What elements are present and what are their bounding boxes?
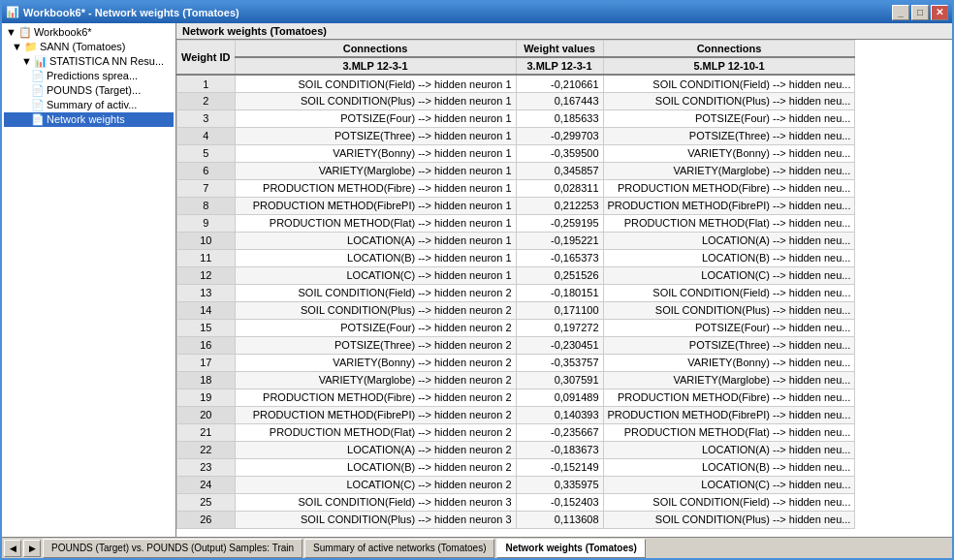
cell-weight: -0,180151 bbox=[516, 284, 603, 301]
col-subheader-mlp1: 3.MLP 12-3-1 bbox=[235, 57, 516, 75]
cell-connections2: LOCATION(B) --> hidden neu... bbox=[603, 249, 855, 266]
table-row: 19 PRODUCTION METHOD(Fibre) --> hidden n… bbox=[177, 389, 855, 406]
cell-connections1: POTSIZE(Four) --> hidden neuron 2 bbox=[235, 319, 516, 336]
cell-connections2: POTSIZE(Three) --> hidden neu... bbox=[603, 336, 855, 354]
table-row: 26 SOIL CONDITION(Plus) --> hidden neuro… bbox=[177, 511, 855, 528]
status-tab-tab2[interactable]: Summary of active networks (Tomatoes) bbox=[304, 539, 494, 558]
workbook-icon: 📋 bbox=[18, 26, 32, 39]
cell-weight: -0,152403 bbox=[516, 493, 603, 511]
app-icon: 📊 bbox=[6, 6, 19, 18]
cell-connections2: LOCATION(A) --> hidden neu... bbox=[603, 232, 855, 249]
cell-weight: -0,299703 bbox=[516, 127, 603, 144]
cell-connections2: LOCATION(C) --> hidden neu... bbox=[603, 476, 855, 493]
table-row: 1 SOIL CONDITION(Field) --> hidden neuro… bbox=[177, 75, 855, 92]
cell-connections1: SOIL CONDITION(Plus) --> hidden neuron 2 bbox=[235, 301, 516, 319]
cell-connections2: LOCATION(A) --> hidden neu... bbox=[603, 441, 855, 458]
table-row: 11 LOCATION(B) --> hidden neuron 1 -0,16… bbox=[177, 249, 855, 266]
cell-connections2: SOIL CONDITION(Plus) --> hidden neu... bbox=[603, 511, 855, 528]
table-row: 24 LOCATION(C) --> hidden neuron 2 0,335… bbox=[177, 476, 855, 493]
table-row: 15 POTSIZE(Four) --> hidden neuron 2 0,1… bbox=[177, 319, 855, 336]
cell-row-id: 16 bbox=[177, 336, 236, 354]
table-row: 22 LOCATION(A) --> hidden neuron 2 -0,18… bbox=[177, 441, 855, 458]
cell-connections1: VARIETY(Bonny) --> hidden neuron 2 bbox=[235, 354, 516, 371]
sidebar-item-pounds[interactable]: 📄 POUNDS (Target)... bbox=[4, 83, 174, 98]
close-button[interactable]: ✕ bbox=[931, 5, 948, 20]
cell-row-id: 13 bbox=[177, 284, 236, 301]
cell-connections1: POTSIZE(Four) --> hidden neuron 1 bbox=[235, 109, 516, 127]
table-row: 9 PRODUCTION METHOD(Flat) --> hidden neu… bbox=[177, 214, 855, 232]
table-scroll[interactable]: Weight ID Connections Weight values Conn… bbox=[176, 40, 952, 537]
cell-connections1: POTSIZE(Three) --> hidden neuron 1 bbox=[235, 127, 516, 144]
cell-connections2: SOIL CONDITION(Plus) --> hidden neu... bbox=[603, 92, 855, 109]
cell-connections2: POTSIZE(Four) --> hidden neu... bbox=[603, 319, 855, 336]
cell-weight: 0,335975 bbox=[516, 476, 603, 493]
cell-connections2: PRODUCTION METHOD(Flat) --> hidden neu..… bbox=[603, 423, 855, 441]
cell-connections1: PRODUCTION METHOD(FibrePI) --> hidden ne… bbox=[235, 406, 516, 423]
next-tab-button[interactable]: ▶ bbox=[23, 540, 41, 557]
cell-connections2: VARIETY(Bonny) --> hidden neu... bbox=[603, 144, 855, 162]
cell-weight: -0,183673 bbox=[516, 441, 603, 458]
sidebar-item-network-weights[interactable]: 📄 Network weights bbox=[4, 112, 174, 127]
minimize-button[interactable]: _ bbox=[892, 5, 909, 20]
cell-row-id: 15 bbox=[177, 319, 236, 336]
cell-weight: -0,235667 bbox=[516, 423, 603, 441]
table-row: 13 SOIL CONDITION(Field) --> hidden neur… bbox=[177, 284, 855, 301]
cell-row-id: 22 bbox=[177, 441, 236, 458]
cell-row-id: 2 bbox=[177, 92, 236, 109]
cell-row-id: 1 bbox=[177, 75, 236, 92]
table-row: 6 VARIETY(Marglobe) --> hidden neuron 1 … bbox=[177, 162, 855, 179]
expand-icon: ▼ bbox=[12, 41, 22, 52]
cell-weight: -0,152149 bbox=[516, 458, 603, 476]
cell-connections2: PRODUCTION METHOD(FibrePI) --> hidden ne… bbox=[603, 406, 855, 423]
cell-connections2: SOIL CONDITION(Field) --> hidden neu... bbox=[603, 284, 855, 301]
cell-connections2: VARIETY(Bonny) --> hidden neu... bbox=[603, 354, 855, 371]
cell-connections1: PRODUCTION METHOD(Flat) --> hidden neuro… bbox=[235, 423, 516, 441]
cell-row-id: 26 bbox=[177, 511, 236, 528]
cell-weight: 0,171100 bbox=[516, 301, 603, 319]
status-tab-tab1[interactable]: POUNDS (Target) vs. POUNDS (Output) Samp… bbox=[43, 539, 302, 558]
cell-row-id: 14 bbox=[177, 301, 236, 319]
sidebar-item-predictions[interactable]: 📄 Predictions sprea... bbox=[4, 69, 174, 83]
cell-connections1: PRODUCTION METHOD(Fibre) --> hidden neur… bbox=[235, 389, 516, 406]
sidebar-item-workbook[interactable]: ▼ 📋 Workbook6* bbox=[4, 25, 174, 40]
cell-weight: -0,195221 bbox=[516, 232, 603, 249]
cell-row-id: 20 bbox=[177, 406, 236, 423]
cell-row-id: 18 bbox=[177, 371, 236, 389]
table-row: 10 LOCATION(A) --> hidden neuron 1 -0,19… bbox=[177, 232, 855, 249]
cell-weight: 0,197272 bbox=[516, 319, 603, 336]
cell-row-id: 6 bbox=[177, 162, 236, 179]
table-title: Network weights (Tomatoes) bbox=[176, 23, 952, 40]
cell-connections1: SOIL CONDITION(Field) --> hidden neuron … bbox=[235, 75, 516, 92]
cell-row-id: 21 bbox=[177, 423, 236, 441]
cell-weight: 0,307591 bbox=[516, 371, 603, 389]
cell-connections2: SOIL CONDITION(Plus) --> hidden neu... bbox=[603, 301, 855, 319]
cell-weight: -0,353757 bbox=[516, 354, 603, 371]
cell-connections1: VARIETY(Marglobe) --> hidden neuron 1 bbox=[235, 162, 516, 179]
table-row: 25 SOIL CONDITION(Field) --> hidden neur… bbox=[177, 493, 855, 511]
col-subheader-mlp2: 5.MLP 12-10-1 bbox=[603, 57, 855, 75]
prev-tab-button[interactable]: ◀ bbox=[4, 540, 21, 557]
cell-row-id: 4 bbox=[177, 127, 236, 144]
maximize-button[interactable]: □ bbox=[911, 5, 929, 20]
cell-connections2: POTSIZE(Four) --> hidden neu... bbox=[603, 109, 855, 127]
sidebar-item-sann[interactable]: ▼ 📁 SANN (Tomatoes) bbox=[4, 40, 174, 54]
sidebar: ▼ 📋 Workbook6* ▼ 📁 SANN (Tomatoes) ▼ 📊 S… bbox=[2, 23, 176, 537]
window-frame: 📊 Workbook6* - Network weights (Tomatoes… bbox=[0, 0, 954, 560]
sidebar-item-statistica[interactable]: ▼ 📊 STATISTICA NN Resu... bbox=[4, 54, 174, 69]
status-tab-tab3[interactable]: Network weights (Tomatoes) bbox=[496, 539, 645, 558]
sidebar-item-summary[interactable]: 📄 Summary of activ... bbox=[4, 98, 174, 112]
cell-connections1: LOCATION(C) --> hidden neuron 2 bbox=[235, 476, 516, 493]
col-header-connections2: Connections bbox=[603, 40, 855, 57]
main-content: Network weights (Tomatoes) Weight ID Con… bbox=[176, 23, 952, 537]
expand-icon: ▼ bbox=[6, 26, 16, 38]
cell-connections1: LOCATION(B) --> hidden neuron 2 bbox=[235, 458, 516, 476]
cell-connections1: SOIL CONDITION(Plus) --> hidden neuron 1 bbox=[235, 92, 516, 109]
cell-weight: 0,251526 bbox=[516, 266, 603, 284]
cell-connections2: PRODUCTION METHOD(Fibre) --> hidden neu.… bbox=[603, 179, 855, 197]
cell-weight: -0,165373 bbox=[516, 249, 603, 266]
cell-weight: -0,259195 bbox=[516, 214, 603, 232]
cell-row-id: 12 bbox=[177, 266, 236, 284]
cell-connections1: VARIETY(Bonny) --> hidden neuron 1 bbox=[235, 144, 516, 162]
table-row: 7 PRODUCTION METHOD(Fibre) --> hidden ne… bbox=[177, 179, 855, 197]
table-row: 16 POTSIZE(Three) --> hidden neuron 2 -0… bbox=[177, 336, 855, 354]
